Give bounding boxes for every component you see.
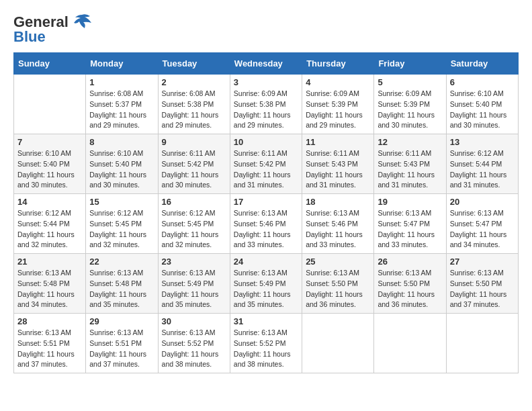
calendar-cell: [374, 314, 446, 373]
page-header: General Blue: [13, 13, 519, 46]
day-number: 14: [17, 197, 82, 207]
calendar-cell: 3Sunrise: 6:09 AM Sunset: 5:38 PM Daylig…: [230, 75, 302, 134]
calendar-cell: 18Sunrise: 6:13 AM Sunset: 5:46 PM Dayli…: [302, 194, 374, 254]
header-cell-monday: Monday: [86, 53, 158, 75]
day-info: Sunrise: 6:13 AM Sunset: 5:52 PM Dayligh…: [162, 328, 226, 370]
day-number: 20: [450, 197, 515, 207]
header-cell-sunday: Sunday: [14, 53, 86, 75]
calendar-cell: 21Sunrise: 6:13 AM Sunset: 5:48 PM Dayli…: [14, 254, 86, 314]
calendar-table: SundayMondayTuesdayWednesdayThursdayFrid…: [13, 52, 519, 373]
day-info: Sunrise: 6:13 AM Sunset: 5:52 PM Dayligh…: [234, 328, 298, 370]
day-number: 10: [234, 137, 298, 147]
day-info: Sunrise: 6:09 AM Sunset: 5:39 PM Dayligh…: [378, 89, 442, 131]
day-info: Sunrise: 6:13 AM Sunset: 5:51 PM Dayligh…: [17, 328, 82, 370]
calendar-cell: 25Sunrise: 6:13 AM Sunset: 5:50 PM Dayli…: [302, 254, 374, 314]
calendar-cell: 6Sunrise: 6:10 AM Sunset: 5:40 PM Daylig…: [446, 75, 518, 134]
day-number: 27: [450, 257, 515, 267]
day-number: 2: [162, 77, 226, 87]
day-number: 8: [89, 137, 154, 147]
day-number: 1: [89, 77, 154, 87]
day-info: Sunrise: 6:13 AM Sunset: 5:50 PM Dayligh…: [450, 268, 515, 310]
day-info: Sunrise: 6:12 AM Sunset: 5:45 PM Dayligh…: [162, 208, 226, 250]
header-cell-friday: Friday: [374, 53, 446, 75]
calendar-body: 1Sunrise: 6:08 AM Sunset: 5:37 PM Daylig…: [14, 75, 519, 373]
day-number: 16: [162, 197, 226, 207]
day-info: Sunrise: 6:13 AM Sunset: 5:50 PM Dayligh…: [378, 268, 442, 310]
calendar-cell: 17Sunrise: 6:13 AM Sunset: 5:46 PM Dayli…: [230, 194, 302, 254]
day-number: 28: [17, 316, 82, 326]
header-cell-wednesday: Wednesday: [230, 53, 302, 75]
day-number: 11: [306, 137, 370, 147]
header-cell-thursday: Thursday: [302, 53, 374, 75]
day-number: 31: [234, 316, 298, 326]
day-info: Sunrise: 6:13 AM Sunset: 5:49 PM Dayligh…: [162, 268, 226, 310]
day-number: 3: [234, 77, 298, 87]
day-info: Sunrise: 6:13 AM Sunset: 5:46 PM Dayligh…: [234, 208, 298, 250]
day-number: 7: [17, 137, 82, 147]
calendar-cell: 11Sunrise: 6:11 AM Sunset: 5:43 PM Dayli…: [302, 134, 374, 194]
calendar-cell: 2Sunrise: 6:08 AM Sunset: 5:38 PM Daylig…: [158, 75, 230, 134]
day-info: Sunrise: 6:13 AM Sunset: 5:49 PM Dayligh…: [234, 268, 298, 310]
calendar-cell: 5Sunrise: 6:09 AM Sunset: 5:39 PM Daylig…: [374, 75, 446, 134]
day-number: 5: [378, 77, 442, 87]
day-info: Sunrise: 6:13 AM Sunset: 5:48 PM Dayligh…: [17, 268, 82, 310]
day-info: Sunrise: 6:09 AM Sunset: 5:38 PM Dayligh…: [234, 89, 298, 131]
day-info: Sunrise: 6:11 AM Sunset: 5:43 PM Dayligh…: [306, 148, 370, 191]
day-info: Sunrise: 6:11 AM Sunset: 5:42 PM Dayligh…: [162, 148, 226, 191]
calendar-cell: 10Sunrise: 6:11 AM Sunset: 5:42 PM Dayli…: [230, 134, 302, 194]
day-number: 25: [306, 257, 370, 267]
week-row-5: 28Sunrise: 6:13 AM Sunset: 5:51 PM Dayli…: [14, 314, 519, 373]
day-number: 4: [306, 77, 370, 87]
calendar-cell: 20Sunrise: 6:13 AM Sunset: 5:47 PM Dayli…: [446, 194, 518, 254]
calendar-cell: 31Sunrise: 6:13 AM Sunset: 5:52 PM Dayli…: [230, 314, 302, 373]
calendar-cell: 7Sunrise: 6:10 AM Sunset: 5:40 PM Daylig…: [14, 134, 86, 194]
day-number: 24: [234, 257, 298, 267]
day-info: Sunrise: 6:10 AM Sunset: 5:40 PM Dayligh…: [450, 89, 515, 131]
day-number: 22: [89, 257, 154, 267]
day-info: Sunrise: 6:13 AM Sunset: 5:51 PM Dayligh…: [89, 328, 154, 370]
calendar-cell: 4Sunrise: 6:09 AM Sunset: 5:39 PM Daylig…: [302, 75, 374, 134]
day-number: 13: [450, 137, 515, 147]
day-info: Sunrise: 6:12 AM Sunset: 5:44 PM Dayligh…: [17, 208, 82, 250]
calendar-cell: 24Sunrise: 6:13 AM Sunset: 5:49 PM Dayli…: [230, 254, 302, 314]
logo-blue-text: Blue: [13, 28, 46, 46]
day-number: 29: [89, 316, 154, 326]
day-number: 18: [306, 197, 370, 207]
day-number: 17: [234, 197, 298, 207]
calendar-cell: 16Sunrise: 6:12 AM Sunset: 5:45 PM Dayli…: [158, 194, 230, 254]
day-number: 9: [162, 137, 226, 147]
calendar-cell: 26Sunrise: 6:13 AM Sunset: 5:50 PM Dayli…: [374, 254, 446, 314]
calendar-cell: 8Sunrise: 6:10 AM Sunset: 5:40 PM Daylig…: [86, 134, 158, 194]
day-number: 30: [162, 316, 226, 326]
day-number: 23: [162, 257, 226, 267]
calendar-header: SundayMondayTuesdayWednesdayThursdayFrid…: [14, 53, 519, 75]
logo-bird-icon: [71, 13, 93, 31]
day-info: Sunrise: 6:12 AM Sunset: 5:45 PM Dayligh…: [89, 208, 154, 250]
week-row-4: 21Sunrise: 6:13 AM Sunset: 5:48 PM Dayli…: [14, 254, 519, 314]
day-info: Sunrise: 6:11 AM Sunset: 5:43 PM Dayligh…: [378, 148, 442, 191]
day-info: Sunrise: 6:13 AM Sunset: 5:46 PM Dayligh…: [306, 208, 370, 250]
day-info: Sunrise: 6:08 AM Sunset: 5:38 PM Dayligh…: [162, 89, 226, 131]
day-info: Sunrise: 6:09 AM Sunset: 5:39 PM Dayligh…: [306, 89, 370, 131]
day-info: Sunrise: 6:13 AM Sunset: 5:47 PM Dayligh…: [450, 208, 515, 250]
logo: General Blue: [13, 13, 93, 46]
calendar-cell: 9Sunrise: 6:11 AM Sunset: 5:42 PM Daylig…: [158, 134, 230, 194]
calendar-cell: 12Sunrise: 6:11 AM Sunset: 5:43 PM Dayli…: [374, 134, 446, 194]
week-row-3: 14Sunrise: 6:12 AM Sunset: 5:44 PM Dayli…: [14, 194, 519, 254]
calendar-cell: 1Sunrise: 6:08 AM Sunset: 5:37 PM Daylig…: [86, 75, 158, 134]
calendar-cell: 14Sunrise: 6:12 AM Sunset: 5:44 PM Dayli…: [14, 194, 86, 254]
calendar-cell: [14, 75, 86, 134]
day-info: Sunrise: 6:13 AM Sunset: 5:48 PM Dayligh…: [89, 268, 154, 310]
week-row-2: 7Sunrise: 6:10 AM Sunset: 5:40 PM Daylig…: [14, 134, 519, 194]
calendar-cell: 29Sunrise: 6:13 AM Sunset: 5:51 PM Dayli…: [86, 314, 158, 373]
day-info: Sunrise: 6:11 AM Sunset: 5:42 PM Dayligh…: [234, 148, 298, 191]
day-number: 6: [450, 77, 515, 87]
calendar-cell: 30Sunrise: 6:13 AM Sunset: 5:52 PM Dayli…: [158, 314, 230, 373]
day-number: 19: [378, 197, 442, 207]
day-number: 12: [378, 137, 442, 147]
calendar-cell: 23Sunrise: 6:13 AM Sunset: 5:49 PM Dayli…: [158, 254, 230, 314]
calendar-cell: 27Sunrise: 6:13 AM Sunset: 5:50 PM Dayli…: [446, 254, 518, 314]
day-number: 21: [17, 257, 82, 267]
calendar-cell: 28Sunrise: 6:13 AM Sunset: 5:51 PM Dayli…: [14, 314, 86, 373]
day-info: Sunrise: 6:10 AM Sunset: 5:40 PM Dayligh…: [89, 148, 154, 191]
